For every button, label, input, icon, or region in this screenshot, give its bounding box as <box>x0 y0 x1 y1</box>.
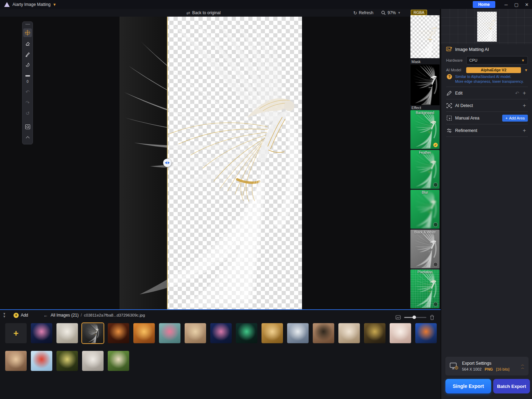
filmstrip-thumbnail-man-in-suit[interactable] <box>364 323 385 343</box>
home-button[interactable]: Home <box>473 1 495 8</box>
batch-export-button[interactable]: Batch Export <box>493 379 530 393</box>
filmstrip-thumbnail-statue-woman[interactable] <box>287 323 309 343</box>
brush-size-icon <box>25 74 30 77</box>
effect-radio[interactable] <box>433 183 438 187</box>
section-manual-area[interactable]: Manual Area + Add Area <box>446 113 528 123</box>
zoom-chevron-icon: ▼ <box>398 11 401 15</box>
palette-drag-handle[interactable] <box>25 24 30 25</box>
close-button[interactable]: ✕ <box>522 2 532 7</box>
delete-image-icon[interactable] <box>430 315 434 320</box>
filmstrip-thumbnail-spiderweb[interactable] <box>56 351 78 371</box>
filmstrip-header: ▼▼ + Add ← All Images (21) / c03811e2a7f… <box>0 311 441 319</box>
reset-button[interactable]: ↺ <box>23 109 32 117</box>
filmstrip-thumbnail-ornate-woman[interactable] <box>5 351 27 371</box>
tool-palette: 0 ↶ ↷ ↺ <box>22 21 33 144</box>
rgba-tab[interactable]: RGBA <box>411 10 427 15</box>
add-area-label: Add Area <box>509 116 525 120</box>
effect-card-blur[interactable]: Blur <box>410 190 440 229</box>
effect-radio[interactable] <box>433 302 438 307</box>
filmstrip: ▼▼ + Add ← All Images (21) / c03811e2a7f… <box>0 309 441 399</box>
effect-radio[interactable] <box>433 262 438 267</box>
add-area-button[interactable]: + Add Area <box>502 115 528 122</box>
app-menu-chevron-icon[interactable]: ▼ <box>53 2 56 7</box>
section-refinement[interactable]: Refinement + <box>446 125 528 136</box>
rgba-thumbnail[interactable] <box>410 15 440 58</box>
maximize-button[interactable]: ▢ <box>511 2 522 7</box>
filmstrip-collapse-icon[interactable]: ▼▼ <box>3 312 6 318</box>
filmstrip-thumbnail-white-dog[interactable] <box>56 323 78 343</box>
effect-radio[interactable] <box>433 222 438 227</box>
thumbnail-size-slider-handle[interactable] <box>413 316 416 319</box>
export-collapse-icon[interactable]: ︿︿ <box>521 363 524 369</box>
edit-expand-icon[interactable]: + <box>521 90 528 96</box>
mask-thumbnail[interactable] <box>410 64 440 105</box>
effect-card-background[interactable]: Background ✓ <box>410 110 440 149</box>
ai-model-chevron-icon[interactable]: ▼ <box>524 68 528 72</box>
collection-label[interactable]: All Images (21) <box>51 313 79 318</box>
redo-button[interactable]: ↷ <box>23 98 32 107</box>
compare-divider-handle[interactable] <box>163 159 171 167</box>
divider-arrow-right-icon <box>168 161 170 164</box>
brush-size-control[interactable] <box>23 71 32 80</box>
canvas-image[interactable] <box>119 17 302 309</box>
filmstrip-thumbnail-veiled-woman[interactable] <box>261 323 283 343</box>
mini-result-thumbnail[interactable] <box>477 12 497 42</box>
export-settings-title: Export Settings <box>462 361 521 366</box>
refresh-button[interactable]: ↻ Refresh <box>353 9 373 17</box>
preview-mask-button[interactable] <box>23 122 32 131</box>
section-ai-detect[interactable]: AI Detect + <box>446 100 528 111</box>
filmstrip-thumbnail-pink-hair-woman[interactable] <box>159 323 180 343</box>
ai-model-select[interactable]: AlphaEdge V2 <box>466 67 521 73</box>
filmstrip-thumbnail-art-portrait[interactable] <box>415 323 437 343</box>
filmstrip-thumbnail-necklace[interactable] <box>236 323 257 343</box>
help-icon[interactable]: ? <box>447 74 452 79</box>
redo-icon: ↷ <box>26 100 30 105</box>
filmstrip-thumbnail-man-portrait[interactable] <box>313 323 334 343</box>
thumbnail-size-icon <box>396 315 401 320</box>
zoom-control[interactable]: 97% ▼ <box>381 9 401 17</box>
app-title: Aiarty Image Matting <box>12 2 51 7</box>
filmstrip-thumbnail-angel[interactable] <box>82 323 104 343</box>
eraser-tool-button[interactable] <box>23 39 32 48</box>
filmstrip-thumbnail-jellyfish[interactable] <box>31 323 52 343</box>
refinement-expand-icon[interactable]: + <box>521 127 528 134</box>
effect-radio[interactable]: ✓ <box>433 143 438 147</box>
brush-tool-button[interactable] <box>23 61 32 69</box>
mini-angel-preview <box>477 12 497 42</box>
collapse-palette-button[interactable] <box>23 133 32 142</box>
back-to-original-button[interactable]: ⇄ Back to original <box>186 9 221 17</box>
move-tool-button[interactable] <box>23 28 32 37</box>
filmstrip-thumbnail-dinner-scene[interactable] <box>108 323 129 343</box>
hardware-chevron-icon: ▼ <box>521 59 525 62</box>
edge-pen-tool-button[interactable] <box>23 50 32 59</box>
export-settings[interactable]: Export Settings 564 X 1002 PNG [16 bits]… <box>445 357 529 375</box>
hardware-select[interactable]: CPU ▼ <box>466 56 528 64</box>
edit-undo-icon[interactable]: ↶ <box>513 90 521 96</box>
effect-card-pixelation[interactable]: Pixelation <box>410 269 440 308</box>
filmstrip-thumbnail-baby[interactable] <box>338 323 360 343</box>
preview-mask-icon <box>25 124 30 130</box>
ai-detect-expand-icon[interactable]: + <box>521 103 528 109</box>
section-edit[interactable]: Edit ↶ + <box>446 88 528 98</box>
effect-card-black-white[interactable]: Black & White <box>410 230 440 268</box>
filmstrip-thumbnail-puppies[interactable] <box>108 351 129 371</box>
filmstrip-thumbnail-skier[interactable] <box>31 351 52 371</box>
minimize-button[interactable]: ─ <box>501 2 511 7</box>
panel-title: Image Matting AI <box>455 47 489 52</box>
filmstrip-thumbnail-blonde-woman[interactable] <box>185 323 206 343</box>
single-export-button[interactable]: Single Export <box>445 379 491 393</box>
back-arrow-icon[interactable]: ← <box>43 313 48 318</box>
filmstrip-thumbnail-bride[interactable] <box>82 351 104 371</box>
export-bit-depth: [16 bits] <box>496 367 509 371</box>
filmstrip-thumbnail-hand-cream[interactable] <box>390 323 411 343</box>
brush-icon <box>25 62 30 68</box>
add-image-icon[interactable]: + <box>14 313 19 318</box>
undo-button[interactable]: ↶ <box>23 87 32 96</box>
add-image-label[interactable]: Add <box>21 313 28 318</box>
filmstrip-thumbnail-cat[interactable] <box>133 323 155 343</box>
thumbnail-size-slider[interactable] <box>404 317 426 318</box>
section-refinement-label: Refinement <box>455 128 521 133</box>
filmstrip-thumbnail-jellyfish-2[interactable] <box>210 323 232 343</box>
effect-card-feather[interactable]: Feather <box>410 150 440 189</box>
add-image-tile[interactable]: + <box>5 323 27 343</box>
